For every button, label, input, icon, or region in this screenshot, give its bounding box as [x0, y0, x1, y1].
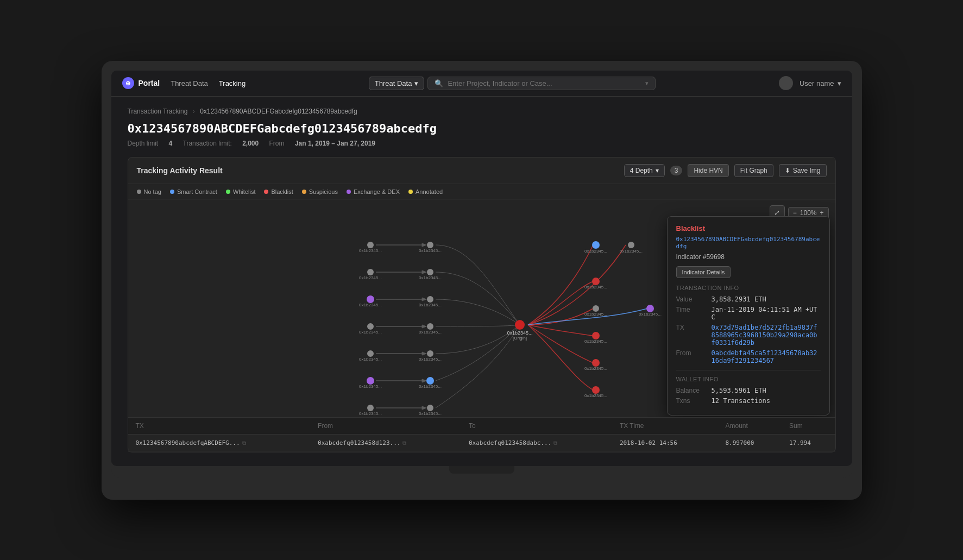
navbar-right: User name ▾	[779, 76, 841, 90]
search-icon: 🔍	[435, 79, 443, 87]
fit-graph-button[interactable]: Fit Graph	[734, 164, 773, 177]
table-cell: 17.994	[782, 434, 835, 451]
svg-text:0x1b2345...: 0x1b2345...	[584, 312, 607, 317]
table-cell: 8.997000	[717, 434, 782, 451]
copy-icon[interactable]: ⧉	[242, 440, 246, 446]
table-column-header: From	[310, 418, 461, 435]
logo-text: Portal	[139, 79, 160, 87]
count-badge: 3	[670, 166, 683, 175]
tooltip-popup: Blacklist 0x1234567890ABCDEFGabcdefg0123…	[667, 216, 830, 416]
svg-point-23	[367, 295, 374, 303]
svg-text:0x1b2345...: 0x1b2345...	[359, 248, 382, 253]
tooltip-tx-row: From0abcdebfa45ca5f12345678ab3216da9f329…	[676, 349, 821, 364]
chevron-down-icon: ▾	[414, 79, 418, 87]
nav-threat-data[interactable]: Threat Data	[171, 77, 208, 90]
table-cell[interactable]: 0xabcdefq0123458dabc...⧉	[461, 434, 612, 451]
legend-item-no-tag: No tag	[137, 188, 161, 195]
legend-item-exchange-&-dex: Exchange & DEX	[347, 188, 400, 195]
zoom-level: 100%	[800, 209, 817, 217]
svg-point-27	[367, 405, 374, 411]
legend: No tagSmart ContractWhitelistBlacklistSu…	[128, 184, 835, 200]
depth-chevron-icon: ▾	[656, 167, 659, 174]
svg-marker-12	[422, 298, 426, 301]
legend-item-annotated: Annotated	[408, 188, 443, 195]
copy-icon[interactable]: ⧉	[402, 440, 406, 446]
svg-point-25	[367, 350, 374, 357]
table-column-header: To	[461, 418, 612, 435]
svg-text:0x1b2345...: 0x1b2345...	[584, 366, 607, 371]
search-input[interactable]	[448, 79, 641, 87]
tooltip-tx-row: TX0x73d79ad1be7d5272fb1a9837f8588965c396…	[676, 324, 821, 347]
table-header: TXFromToTX TimeAmountSum	[128, 418, 835, 435]
breadcrumb: Transaction Tracking › 0x1234567890ABCDE…	[128, 108, 836, 115]
zoom-plus-button[interactable]: +	[820, 209, 823, 217]
hide-hvn-button[interactable]: Hide HVN	[688, 164, 728, 177]
svg-marker-8	[422, 243, 426, 247]
svg-marker-20	[422, 406, 426, 410]
nav-tracking[interactable]: Tracking	[219, 77, 246, 90]
navbar: ⊕ Portal Threat Data Tracking Threat Dat…	[111, 71, 852, 97]
navbar-center: Threat Data ▾ 🔍 ▾	[256, 77, 768, 90]
svg-text:0x1b2345...: 0x1b2345...	[419, 275, 442, 280]
user-chevron-icon: ▾	[838, 79, 841, 87]
svg-text:0x1b2345...: 0x1b2345...	[584, 285, 607, 290]
threat-data-dropdown[interactable]: Threat Data ▾	[369, 77, 425, 90]
svg-marker-18	[422, 379, 426, 382]
breadcrumb-parent[interactable]: Transaction Tracking	[128, 108, 188, 115]
tooltip-wallet-row: Txns12 Transactions	[676, 397, 821, 405]
indicator-details-button[interactable]: Indicator Details	[676, 266, 731, 278]
tooltip-tx-rows: Value3,858.2931 ETHTimeJan-11-2019 04:11…	[676, 295, 821, 364]
save-img-button[interactable]: ⬇ Save Img	[779, 164, 827, 177]
user-avatar	[779, 76, 793, 90]
copy-icon[interactable]: ⧉	[553, 440, 557, 446]
breadcrumb-separator: ›	[193, 108, 195, 115]
table-row: 0x1234567890abcdefqABCDEFG...⧉0xabcdefq0…	[128, 434, 835, 451]
tx-limit: Transaction limit: 2,000	[183, 140, 261, 147]
table-cell: 2018-10-02 14:56	[612, 434, 718, 451]
table-cell[interactable]: 0x1234567890abcdefqABCDEFG...⧉	[128, 434, 311, 451]
data-table: TXFromToTX TimeAmountSum 0x1234567890abc…	[128, 418, 835, 452]
svg-point-21	[367, 242, 374, 248]
svg-point-45	[646, 305, 654, 312]
tooltip-wallet-rows: Balance5,593.5961 ETHTxns12 Transactions	[676, 387, 821, 405]
svg-point-29	[427, 269, 433, 275]
svg-text:0x1b2345...: 0x1b2345...	[419, 411, 442, 416]
svg-text:0x1b2345...: 0x1b2345...	[584, 393, 607, 398]
legend-item-smart-contract: Smart Contract	[170, 188, 217, 195]
table-column-header: TX Time	[612, 418, 718, 435]
tx-section-title: Transaction info	[676, 285, 821, 291]
svg-marker-16	[422, 352, 426, 355]
svg-point-41	[593, 305, 599, 312]
user-menu[interactable]: User name ▾	[800, 79, 841, 87]
download-icon: ⬇	[785, 167, 790, 174]
svg-text:0x1b2345...: 0x1b2345...	[359, 275, 382, 280]
svg-marker-10	[422, 270, 426, 274]
svg-text:0x1b2345...: 0x1b2345...	[419, 303, 442, 307]
tracking-panel: Tracking Activity Result 4 Depth ▾ 3 Hid…	[128, 157, 836, 452]
zoom-minus-button[interactable]: −	[793, 209, 797, 217]
tooltip-label: Blacklist	[676, 224, 821, 232]
legend-item-whitelist: Whitelist	[226, 188, 256, 195]
svg-text:0x1b2345...: 0x1b2345...	[620, 249, 643, 254]
table-area: TXFromToTX TimeAmountSum 0x1234567890abc…	[128, 417, 835, 452]
table-column-header: Amount	[717, 418, 782, 435]
svg-point-40	[592, 278, 600, 285]
date-range: From Jan 1, 2019 – Jan 27, 2019	[269, 140, 375, 147]
tooltip-address[interactable]: 0x1234567890ABCDEFGabcdefg0123456789abce…	[676, 236, 821, 250]
svg-text:[Origin]: [Origin]	[513, 336, 527, 341]
svg-point-30	[427, 296, 433, 303]
tooltip-indicator: Indicator #59698	[676, 253, 821, 261]
svg-text:0x1b2345...: 0x1b2345...	[507, 330, 532, 336]
svg-point-44	[592, 386, 600, 394]
depth-select[interactable]: 4 Depth ▾	[624, 164, 665, 177]
nav-links: Threat Data Tracking	[171, 77, 246, 90]
page-title: 0x1234567890ABCDEFGabcdefg0123456789abce…	[128, 122, 836, 135]
panel-controls: 4 Depth ▾ 3 Hide HVN Fit Graph ⬇ Save Im…	[624, 164, 827, 177]
table-cell[interactable]: 0xabcdefq0123458d123...⧉	[310, 434, 461, 451]
svg-point-43	[592, 359, 600, 367]
svg-marker-14	[422, 325, 426, 328]
search-dropdown-arrow[interactable]: ▾	[645, 80, 649, 87]
svg-text:0x1b2345...: 0x1b2345...	[359, 330, 382, 335]
search-bar: 🔍 ▾	[427, 77, 656, 90]
svg-point-42	[592, 332, 600, 339]
